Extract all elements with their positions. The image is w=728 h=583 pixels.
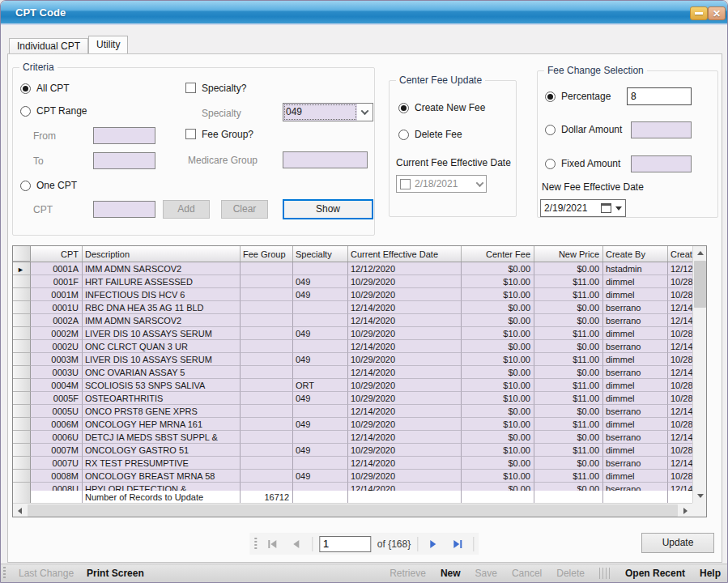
- row-selector[interactable]: [13, 457, 31, 470]
- grid-cell[interactable]: $0.00: [534, 405, 603, 418]
- grid-cell[interactable]: [241, 366, 293, 379]
- grid-cell[interactable]: 12/14/: [668, 405, 694, 418]
- page-number-input[interactable]: [319, 536, 371, 552]
- grid-cell[interactable]: 0003M: [31, 353, 83, 366]
- vertical-scrollbar[interactable]: [692, 246, 706, 503]
- new-item[interactable]: New: [441, 568, 461, 579]
- column-header[interactable]: New Price: [534, 246, 603, 262]
- last-change-item[interactable]: Last Change: [19, 568, 74, 579]
- grid-cell[interactable]: $11.00: [534, 418, 603, 431]
- grid-cell[interactable]: 12/14/: [668, 431, 694, 444]
- help-item[interactable]: Help: [700, 568, 721, 579]
- close-button[interactable]: ✕: [708, 6, 726, 20]
- grid-cell[interactable]: 12/14/: [668, 314, 694, 327]
- horizontal-scroll-thumb[interactable]: [28, 504, 678, 517]
- grid-cell[interactable]: RBC DNA HEA 35 AG 11 BLD: [83, 301, 241, 314]
- grid-cell[interactable]: 10/28/: [668, 418, 694, 431]
- row-selector[interactable]: [13, 431, 31, 444]
- grid-cell[interactable]: 0006M: [31, 418, 83, 431]
- table-row[interactable]: 0006UDETCJ IA MEDS SBST SUPPL &12/14/202…: [13, 431, 706, 444]
- column-header[interactable]: Description: [83, 246, 241, 262]
- row-selector[interactable]: [13, 379, 31, 392]
- row-selector[interactable]: [13, 405, 31, 418]
- from-input[interactable]: [93, 127, 155, 144]
- grid-cell[interactable]: $10.00: [462, 392, 534, 405]
- clear-button[interactable]: Clear: [221, 200, 268, 219]
- scroll-right-button[interactable]: [679, 504, 692, 517]
- grid-cell[interactable]: 12/14/: [668, 457, 694, 470]
- grid-cell[interactable]: bserrano: [603, 405, 668, 418]
- create-new-fee-radio[interactable]: [398, 103, 409, 113]
- grid-cell[interactable]: 12/14/2020: [348, 431, 462, 444]
- table-row[interactable]: 0001URBC DNA HEA 35 AG 11 BLD12/14/2020$…: [13, 301, 706, 314]
- grid-cell[interactable]: $10.00: [462, 379, 534, 392]
- cpt-input[interactable]: [93, 201, 155, 218]
- table-row[interactable]: 0001FHRT FAILURE ASSESSED04910/29/2020$1…: [13, 275, 706, 288]
- row-selector[interactable]: [13, 327, 31, 340]
- grid-cell[interactable]: dimmel: [603, 444, 668, 457]
- fixed-amount-input[interactable]: [631, 155, 692, 172]
- grid-cell[interactable]: $0.00: [462, 405, 534, 418]
- grid-cell[interactable]: IMM ADMN SARSCOV2: [83, 262, 241, 275]
- grid-cell[interactable]: LIVER DIS 10 ASSAYS SERUM: [83, 327, 241, 340]
- grid-cell[interactable]: 0003U: [31, 366, 83, 379]
- update-button[interactable]: Update: [641, 533, 714, 553]
- grid-cell[interactable]: [241, 405, 293, 418]
- open-recent-item[interactable]: Open Recent: [625, 568, 685, 579]
- grid-cell[interactable]: $0.00: [462, 301, 534, 314]
- specialty-dropdown-button[interactable]: [357, 104, 373, 121]
- grid-cell[interactable]: ONCOLOGY BREAST MRNA 58: [83, 470, 241, 483]
- grid-cell[interactable]: dimmel: [603, 327, 668, 340]
- grid-cell[interactable]: $10.00: [462, 275, 534, 288]
- grid-cell[interactable]: $11.00: [534, 327, 603, 340]
- grid-cell[interactable]: $0.00: [462, 314, 534, 327]
- grid-cell[interactable]: 10/29/2020: [348, 444, 462, 457]
- grid-cell[interactable]: 049: [293, 327, 348, 340]
- grid-cell[interactable]: ONC OVARIAN ASSAY 5: [83, 366, 241, 379]
- fee-group-checkbox[interactable]: [185, 129, 196, 139]
- grid-cell[interactable]: 0008M: [31, 470, 83, 483]
- grid-cell[interactable]: dimmel: [603, 392, 668, 405]
- grid-cell[interactable]: 0001M: [31, 288, 83, 301]
- grid-cell[interactable]: [293, 431, 348, 444]
- grid-cell[interactable]: $0.00: [462, 457, 534, 470]
- to-input[interactable]: [93, 152, 155, 169]
- table-row[interactable]: 0003MLIVER DIS 10 ASSAYS SERUM04910/29/2…: [13, 353, 706, 366]
- scroll-left-button[interactable]: [13, 504, 27, 517]
- grid-cell[interactable]: [241, 483, 293, 491]
- row-selector[interactable]: [13, 470, 31, 483]
- grid-cell[interactable]: bserrano: [603, 457, 668, 470]
- grid-cell[interactable]: 0001U: [31, 301, 83, 314]
- table-row[interactable]: 0002MLIVER DIS 10 ASSAYS SERUM04910/29/2…: [13, 327, 706, 340]
- grid-cell[interactable]: dimmel: [603, 275, 668, 288]
- new-fee-date-picker[interactable]: 2/19/2021: [540, 199, 626, 217]
- column-header[interactable]: Create By: [603, 246, 668, 262]
- grid-cell[interactable]: bserrano: [603, 340, 668, 353]
- grid-cell[interactable]: OSTEOARTHRITIS: [83, 392, 241, 405]
- toolbar-grip[interactable]: [254, 538, 257, 551]
- row-selector[interactable]: [13, 483, 31, 491]
- grid-cell[interactable]: IMM ADMN SARSCOV2: [83, 314, 241, 327]
- table-row[interactable]: 0002AIMM ADMN SARSCOV212/14/2020$0.00$0.…: [13, 314, 706, 327]
- grid-cell[interactable]: 10/29/2020: [348, 392, 462, 405]
- column-header[interactable]: Fee Group: [241, 246, 293, 262]
- grid-cell[interactable]: bserrano: [603, 301, 668, 314]
- grid-cell[interactable]: 10/29/2020: [348, 379, 462, 392]
- grid-cell[interactable]: $0.00: [462, 366, 534, 379]
- grid-cell[interactable]: $10.00: [462, 353, 534, 366]
- cpt-range-radio[interactable]: [20, 106, 31, 117]
- grid-cell[interactable]: $0.00: [534, 314, 603, 327]
- row-selector[interactable]: [13, 301, 31, 314]
- grid-cell[interactable]: 0001A: [31, 262, 83, 275]
- grid-cell[interactable]: 049: [293, 392, 348, 405]
- cancel-item[interactable]: Cancel: [512, 568, 542, 579]
- column-header[interactable]: CPT: [31, 246, 83, 262]
- grid-cell[interactable]: dimmel: [603, 418, 668, 431]
- grid-cell[interactable]: 12/12/: [668, 262, 694, 275]
- grid-cell[interactable]: hstadmin: [603, 262, 668, 275]
- grid-cell[interactable]: [241, 327, 293, 340]
- grid-cell[interactable]: [241, 457, 293, 470]
- grid-cell[interactable]: 0006U: [31, 431, 83, 444]
- table-row[interactable]: 0001MINFECTIOUS DIS HCV 604910/29/2020$1…: [13, 288, 706, 301]
- percentage-input[interactable]: [627, 87, 692, 105]
